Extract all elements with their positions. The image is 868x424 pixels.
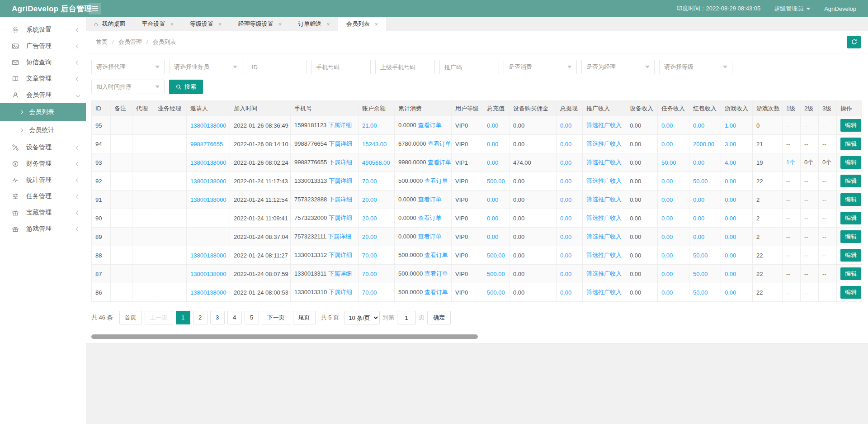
page-button-1[interactable]: 1 <box>176 311 190 324</box>
amount-link[interactable]: 0.00 <box>560 233 571 240</box>
amount-link[interactable]: 0.00 <box>560 215 571 222</box>
filter-promo-link[interactable]: 筛选推广收入 <box>586 122 622 129</box>
filter-promo-link[interactable]: 筛选推广收入 <box>586 252 622 258</box>
scrollbar-thumb[interactable] <box>91 334 478 339</box>
amount-link[interactable]: 500.00 <box>487 178 505 185</box>
amount-link[interactable]: 500.00 <box>487 271 505 277</box>
amount-link[interactable]: 70.00 <box>362 252 377 259</box>
sidebar-item-6[interactable]: 设备管理 <box>0 139 86 156</box>
page-button-2[interactable]: 2 <box>193 311 208 324</box>
edit-button[interactable]: 编辑 <box>840 175 861 187</box>
amount-link[interactable]: 0.00 <box>661 252 673 259</box>
sidebar-item-9[interactable]: 任务管理 <box>0 188 86 205</box>
amount-link[interactable]: 3.00 <box>725 141 736 148</box>
filter-input-推广码[interactable] <box>439 60 499 74</box>
page-button-3[interactable]: 3 <box>210 311 225 324</box>
amount-link[interactable]: 0.00 <box>661 122 673 129</box>
amount-link[interactable]: 0.00 <box>661 178 673 185</box>
amount-link[interactable]: 20.00 <box>362 233 377 240</box>
filter-select-请选择业务员[interactable]: 请选择业务员 <box>169 60 242 74</box>
amount-link[interactable]: 0.00 <box>661 141 673 148</box>
amount-link[interactable]: 20.00 <box>362 196 377 203</box>
level-count-link[interactable]: 1个 <box>786 159 795 166</box>
view-order-link[interactable]: 查看订单 <box>425 177 448 184</box>
amount-link[interactable]: 70.00 <box>362 178 377 185</box>
hamburger-menu-icon[interactable] <box>89 3 101 14</box>
next-page-button[interactable]: 下一页 <box>262 311 290 324</box>
close-icon[interactable]: × <box>278 21 282 28</box>
search-button[interactable]: 搜索 <box>169 80 203 94</box>
sub-detail-link[interactable]: 下属详细 <box>328 233 351 240</box>
amount-link[interactable]: 0.00 <box>693 122 704 129</box>
amount-link[interactable]: 0.00 <box>725 178 736 185</box>
tab-订单赠送[interactable]: 订单赠送× <box>290 17 338 31</box>
amount-link[interactable]: 2000.00 <box>693 141 714 148</box>
filter-select-请选择等级[interactable]: 请选择等级 <box>659 60 732 74</box>
amount-link[interactable]: 0.00 <box>661 289 673 296</box>
filter-select-请选择代理[interactable]: 请选择代理 <box>91 60 165 74</box>
sub-detail-link[interactable]: 下属详细 <box>329 177 352 184</box>
amount-link[interactable]: 0.00 <box>661 233 673 240</box>
amount-link[interactable]: 0.00 <box>661 196 673 203</box>
view-order-link[interactable]: 查看订单 <box>418 233 441 240</box>
amount-link[interactable]: 0.00 <box>560 289 571 296</box>
amount-link[interactable]: 50.00 <box>661 159 676 166</box>
filter-promo-link[interactable]: 筛选推广收入 <box>586 270 622 277</box>
amount-link[interactable]: 0.00 <box>693 159 704 166</box>
amount-link[interactable]: 0.00 <box>725 289 736 296</box>
amount-link[interactable]: 70.00 <box>362 289 377 296</box>
inviter-link[interactable]: 13800138000 <box>190 196 226 203</box>
tab-我的桌面[interactable]: ⌂我的桌面 <box>86 17 133 31</box>
sub-detail-link[interactable]: 下属详细 <box>329 252 352 258</box>
sidebar-subitem-会员统计[interactable]: 会员统计 <box>0 121 86 139</box>
amount-link[interactable]: 70.00 <box>362 271 377 277</box>
amount-link[interactable]: 0.00 <box>560 178 571 185</box>
sub-detail-link[interactable]: 下属详细 <box>328 122 352 129</box>
inviter-link[interactable]: 13800138000 <box>190 178 226 185</box>
sidebar-item-7[interactable]: 财务管理 <box>0 156 86 172</box>
amount-link[interactable]: 0.00 <box>487 122 498 129</box>
amount-link[interactable]: 0.00 <box>487 196 498 203</box>
amount-link[interactable]: 50.00 <box>693 271 708 277</box>
amount-link[interactable]: 0.00 <box>487 215 498 222</box>
close-icon[interactable]: × <box>326 21 330 28</box>
first-page-button[interactable]: 首页 <box>119 311 142 324</box>
sub-detail-link[interactable]: 下属详细 <box>329 159 352 166</box>
sidebar-item-8[interactable]: 统计管理 <box>0 172 86 188</box>
edit-button[interactable]: 编辑 <box>840 230 861 243</box>
sidebar-subitem-会员列表[interactable]: 会员列表 <box>0 103 86 121</box>
amount-link[interactable]: 21.00 <box>362 122 377 129</box>
breadcrumb-item[interactable]: 会员管理 <box>118 38 142 46</box>
close-icon[interactable]: × <box>170 21 174 28</box>
inviter-link[interactable]: 13800138000 <box>190 289 226 296</box>
last-page-button[interactable]: 尾页 <box>293 311 316 324</box>
sidebar-item-4[interactable]: 文章管理 <box>0 71 86 87</box>
close-icon[interactable]: × <box>375 21 378 28</box>
tab-经理等级设置[interactable]: 经理等级设置× <box>230 17 290 31</box>
amount-link[interactable]: 0.00 <box>725 271 736 277</box>
inviter-link[interactable]: 13800138000 <box>190 159 226 166</box>
breadcrumb-item[interactable]: 首页 <box>96 38 108 46</box>
view-order-link[interactable]: 查看订单 <box>418 196 441 203</box>
filter-promo-link[interactable]: 筛选推广收入 <box>586 196 622 203</box>
amount-link[interactable]: 0.00 <box>487 233 498 240</box>
filter-input-上级手机号码[interactable] <box>375 60 435 74</box>
filter-input-手机号码[interactable] <box>311 60 371 74</box>
inviter-link[interactable]: 13800138000 <box>190 252 226 259</box>
filter-promo-link[interactable]: 筛选推广收入 <box>586 159 622 166</box>
amount-link[interactable]: 0.00 <box>725 196 736 203</box>
sidebar-item-11[interactable]: 游戏管理 <box>0 221 86 237</box>
inviter-link[interactable]: 13800138000 <box>190 271 226 277</box>
amount-link[interactable]: 4.00 <box>725 159 736 166</box>
edit-button[interactable]: 编辑 <box>840 212 861 224</box>
view-order-link[interactable]: 查看订单 <box>418 122 441 129</box>
tab-等级设置[interactable]: 等级设置× <box>182 17 230 31</box>
amount-link[interactable]: 0.00 <box>725 252 736 259</box>
amount-link[interactable]: 0.00 <box>725 233 736 240</box>
tab-会员列表[interactable]: 会员列表× <box>338 17 387 31</box>
close-icon[interactable]: × <box>218 21 222 28</box>
filter-select-是否消费[interactable]: 是否消费 <box>504 60 577 74</box>
amount-link[interactable]: 0.00 <box>725 215 736 222</box>
view-order-link[interactable]: 查看订单 <box>425 289 448 295</box>
edit-button[interactable]: 编辑 <box>840 193 861 206</box>
